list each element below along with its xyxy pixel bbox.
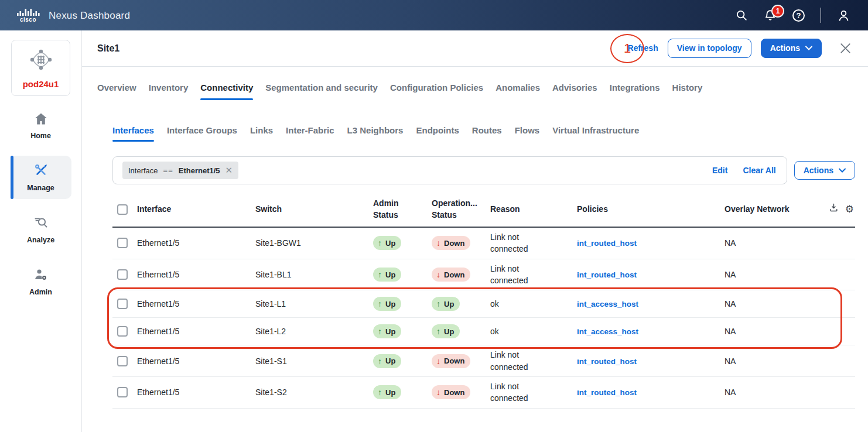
cell-reason: Link not connected bbox=[490, 263, 542, 287]
cell-reason: ok bbox=[490, 325, 542, 337]
tab-anomalies[interactable]: Anomalies bbox=[495, 83, 540, 100]
user-account-icon[interactable] bbox=[837, 9, 850, 22]
status-arrow-icon bbox=[378, 238, 382, 248]
chevron-down-icon bbox=[805, 46, 812, 50]
table-row[interactable]: Ethernet1/5 Site1-L1 Up Up ok int_access… bbox=[112, 290, 855, 318]
policy-link[interactable]: int_access_host bbox=[577, 327, 638, 336]
table-actions-button[interactable]: Actions bbox=[794, 161, 855, 180]
cell-switch: Site1-BGW1 bbox=[255, 238, 373, 248]
notifications-bell-icon[interactable]: 1 bbox=[764, 9, 777, 22]
tab-connectivity[interactable]: Connectivity bbox=[200, 83, 253, 100]
tab-advisories[interactable]: Advisories bbox=[552, 83, 597, 100]
status-label: Up bbox=[385, 388, 395, 397]
status-label: Down bbox=[444, 356, 464, 365]
filter-bar[interactable]: Interface == Ethernet1/5 ✕ Edit Clear Al… bbox=[112, 156, 787, 184]
notification-count-badge[interactable]: 1 bbox=[771, 5, 784, 18]
table-row[interactable]: Ethernet1/5 Site1-BGW1 Up Down Link not … bbox=[112, 228, 855, 259]
tab-overview[interactable]: Overview bbox=[97, 83, 136, 100]
subtab-endpoints[interactable]: Endpoints bbox=[416, 125, 459, 142]
cell-switch: Site1-BL1 bbox=[255, 270, 373, 279]
subtab-links[interactable]: Links bbox=[250, 125, 273, 142]
filter-field: Interface bbox=[128, 166, 158, 175]
close-icon[interactable] bbox=[838, 41, 853, 56]
subtab-inter-fabric[interactable]: Inter-Fabric bbox=[286, 125, 334, 142]
cell-overlay-network: NA bbox=[725, 327, 822, 336]
policy-link[interactable]: int_routed_host bbox=[577, 357, 637, 366]
row-checkbox[interactable] bbox=[117, 387, 128, 397]
table-row[interactable]: Ethernet1/5 Site1-S2 Up Down Link not co… bbox=[112, 377, 855, 409]
cell-overlay-network: NA bbox=[725, 238, 822, 248]
sidebar-item-home[interactable]: Home bbox=[11, 105, 71, 147]
policy-link[interactable]: int_routed_host bbox=[577, 239, 637, 248]
status-label: Up bbox=[444, 300, 454, 308]
refresh-button[interactable]: Refresh bbox=[628, 43, 658, 53]
policy-link[interactable]: int_access_host bbox=[577, 300, 638, 308]
subtab-interfaces[interactable]: Interfaces bbox=[112, 125, 154, 142]
subtab-virtual-infrastructure[interactable]: Virtual Infrastructure bbox=[552, 125, 639, 142]
sidebar-item-label: Admin bbox=[29, 288, 52, 296]
help-icon[interactable]: ? bbox=[792, 9, 805, 22]
tab-bar: Overview Inventory Connectivity Segmenta… bbox=[82, 67, 868, 100]
row-checkbox[interactable] bbox=[117, 238, 128, 248]
remove-filter-icon[interactable]: ✕ bbox=[225, 165, 233, 176]
tab-inventory[interactable]: Inventory bbox=[149, 83, 189, 100]
table-row[interactable]: Ethernet1/5 Site1-L2 Up Up ok int_access… bbox=[112, 318, 855, 345]
actions-label: Actions bbox=[804, 166, 833, 176]
admin-status-badge: Up bbox=[373, 268, 401, 282]
cell-reason: ok bbox=[490, 298, 542, 310]
fabric-selector[interactable]: pod24u1 bbox=[11, 40, 70, 96]
table-settings-gear-icon[interactable]: ⚙ bbox=[845, 204, 854, 214]
topbar-divider bbox=[821, 8, 821, 23]
col-overlay-network[interactable]: Overlay Network bbox=[725, 204, 822, 215]
select-all-checkbox[interactable] bbox=[117, 204, 128, 215]
table-row[interactable]: Ethernet1/5 Site1-BL1 Up Down Link not c… bbox=[112, 259, 855, 291]
subtab-l3-neighbors[interactable]: L3 Neighbors bbox=[347, 125, 404, 142]
edit-filter-button[interactable]: Edit bbox=[712, 166, 727, 175]
tab-segmentation-and-security[interactable]: Segmentation and security bbox=[265, 83, 378, 100]
page-actions-button[interactable]: Actions bbox=[761, 39, 822, 58]
interfaces-table: Interface Switch Admin Status Operation.… bbox=[112, 194, 855, 409]
subtab-interface-groups[interactable]: Interface Groups bbox=[167, 125, 237, 142]
row-checkbox[interactable] bbox=[117, 356, 128, 366]
clear-all-filters-button[interactable]: Clear All bbox=[743, 166, 775, 175]
view-in-topology-button[interactable]: View in topology bbox=[668, 39, 751, 58]
view-in-topology-label: View in topology bbox=[677, 43, 742, 53]
search-icon[interactable] bbox=[735, 9, 748, 22]
sidebar-item-label: Home bbox=[30, 132, 51, 140]
row-checkbox[interactable] bbox=[117, 299, 128, 309]
admin-user-gear-icon bbox=[33, 268, 49, 284]
tab-integrations[interactable]: Integrations bbox=[610, 83, 660, 100]
col-interface[interactable]: Interface bbox=[137, 204, 255, 215]
top-actions: 1 ? bbox=[735, 8, 850, 23]
policy-link[interactable]: int_routed_host bbox=[577, 270, 637, 279]
cell-overlay-network: NA bbox=[725, 356, 822, 366]
row-checkbox[interactable] bbox=[117, 269, 128, 280]
download-icon[interactable] bbox=[829, 203, 839, 216]
subtab-routes[interactable]: Routes bbox=[472, 125, 502, 142]
col-reason[interactable]: Reason bbox=[490, 204, 577, 215]
header-actions: Refresh View in topology Actions bbox=[628, 39, 853, 58]
chevron-down-icon bbox=[839, 168, 846, 173]
row-checkbox[interactable] bbox=[117, 326, 128, 337]
tab-configuration-policies[interactable]: Configuration Policies bbox=[390, 83, 483, 100]
policy-link[interactable]: int_routed_host bbox=[577, 388, 637, 397]
col-switch[interactable]: Switch bbox=[255, 204, 373, 215]
page-header: Site1 Refresh View in topology Actions 1 bbox=[82, 30, 868, 67]
cell-switch: Site1-S1 bbox=[255, 356, 373, 366]
subtab-flows[interactable]: Flows bbox=[515, 125, 540, 142]
table-row[interactable]: Ethernet1/5 Site1-S1 Up Down Link not co… bbox=[112, 345, 855, 377]
status-label: Up bbox=[385, 300, 395, 308]
sidebar-item-analyze[interactable]: Analyze bbox=[11, 208, 71, 251]
col-admin-status[interactable]: Admin Status bbox=[373, 198, 432, 221]
sidebar-item-manage[interactable]: Manage bbox=[11, 156, 71, 199]
sidebar-item-admin[interactable]: Admin bbox=[11, 260, 71, 303]
status-label: Up bbox=[385, 327, 395, 336]
status-label: Down bbox=[444, 239, 464, 248]
col-operational-status[interactable]: Operation... Status bbox=[432, 198, 490, 221]
tab-history[interactable]: History bbox=[672, 83, 703, 100]
filter-chip[interactable]: Interface == Ethernet1/5 ✕ bbox=[122, 162, 238, 179]
cell-switch: Site1-L1 bbox=[255, 299, 373, 308]
brand: cisco Nexus Dashboard bbox=[16, 8, 130, 23]
top-bar: cisco Nexus Dashboard 1 ? bbox=[0, 0, 868, 30]
col-policies[interactable]: Policies bbox=[577, 204, 725, 215]
